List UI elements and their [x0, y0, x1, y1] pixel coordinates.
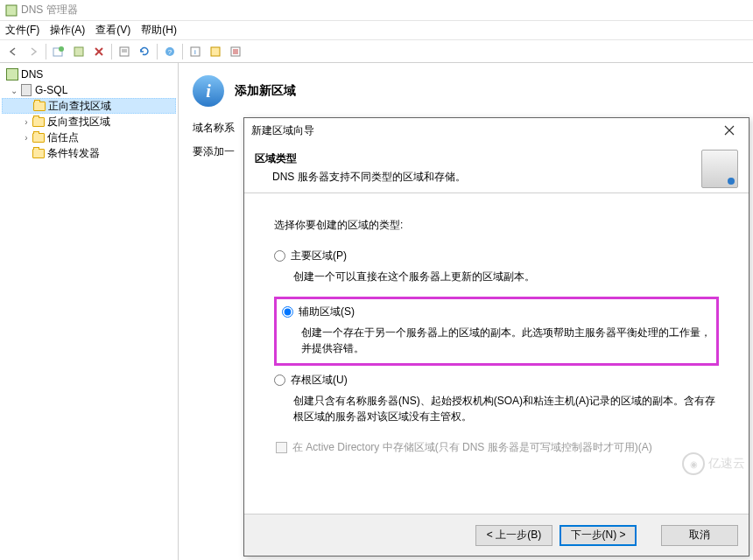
- info-circle-icon: i: [193, 75, 224, 107]
- zone-type-prompt: 选择你要创建的区域的类型:: [274, 218, 719, 233]
- separator: [46, 44, 46, 60]
- radio-secondary-zone[interactable]: 辅助区域(S): [282, 304, 711, 319]
- page-title: 添加新区域: [235, 83, 296, 99]
- tree-item-label: 信任点: [47, 130, 79, 145]
- info-icon[interactable]: i: [186, 42, 205, 61]
- window-title: DNS 管理器: [21, 3, 78, 18]
- collapse-icon[interactable]: ⌄: [9, 86, 19, 95]
- watermark: ◉ 亿速云: [682, 452, 745, 475]
- folder-icon: [33, 102, 46, 111]
- folder-icon: [32, 117, 45, 127]
- dialog-body: 选择你要创建的区域的类型: 主要区域(P) 创建一个可以直接在这个服务器上更新的…: [244, 193, 749, 514]
- page-header: i 添加新区域: [193, 75, 739, 107]
- tree-panel: DNS ⌄ G-SQL 正向查找区域 › 反向查找区域 › 信任点 条件转发器: [0, 63, 179, 560]
- radio-primary-zone[interactable]: 主要区域(P): [274, 248, 719, 263]
- tree-item-label: 条件转发器: [47, 146, 100, 161]
- forward-icon[interactable]: [24, 42, 43, 61]
- radio-stub-label: 存根区域(U): [291, 373, 348, 388]
- radio-secondary-label: 辅助区域(S): [299, 304, 355, 319]
- toolbar: ? i: [0, 40, 753, 63]
- properties-icon[interactable]: [115, 42, 134, 61]
- cancel-button[interactable]: 取消: [661, 525, 738, 546]
- banner-subtitle: DNS 服务器支持不同类型的区域和存储。: [255, 170, 466, 185]
- delete-icon[interactable]: [89, 42, 109, 61]
- tree-item-trust-points[interactable]: › 信任点: [2, 130, 176, 145]
- dialog-titlebar: 新建区域向导: [244, 118, 749, 143]
- server-icon: [21, 84, 32, 96]
- svg-rect-3: [74, 47, 83, 56]
- tree-server-label: G-SQL: [35, 84, 67, 96]
- app-icon: [5, 4, 18, 17]
- tree-item-label: 正向查找区域: [48, 99, 111, 114]
- new-zone-wizard-dialog: 新建区域向导 区域类型 DNS 服务器支持不同类型的区域和存储。 选择你要创建的…: [243, 117, 749, 556]
- menu-file[interactable]: 文件(F): [5, 23, 39, 38]
- menu-help[interactable]: 帮助(H): [141, 23, 177, 38]
- radio-stub-zone[interactable]: 存根区域(U): [274, 373, 719, 388]
- tree-item-label: 反向查找区域: [47, 115, 110, 130]
- menubar: 文件(F) 操作(A) 查看(V) 帮助(H): [0, 21, 753, 40]
- tree-root-dns[interactable]: DNS: [2, 66, 176, 82]
- banner-title: 区域类型: [255, 151, 466, 166]
- separator: [111, 44, 112, 60]
- radio-primary-label: 主要区域(P): [291, 248, 347, 263]
- back-icon[interactable]: [4, 42, 23, 61]
- dns-icon: [6, 68, 18, 80]
- checkbox-ad-store: 在 Active Directory 中存储区域(只有 DNS 服务器是可写域控…: [274, 440, 719, 455]
- tree-item-reverse-zone[interactable]: › 反向查找区域: [2, 114, 176, 130]
- radio-stub-desc: 创建只含有名称服务器(NS)、起始授权机构(SOA)和粘连主机(A)记录的区域的…: [274, 393, 719, 424]
- menu-view[interactable]: 查看(V): [95, 23, 130, 38]
- tree-root-label: DNS: [21, 68, 43, 80]
- separator: [157, 44, 158, 60]
- details-icon[interactable]: [226, 42, 245, 61]
- radio-primary-input[interactable]: [274, 250, 285, 262]
- banner-server-icon: [701, 150, 738, 188]
- separator: [182, 44, 183, 60]
- folder-icon: [32, 149, 45, 158]
- filter-icon[interactable]: [69, 42, 88, 61]
- watermark-logo-icon: ◉: [682, 452, 705, 475]
- dialog-button-row: < 上一步(B) 下一步(N) > 取消: [244, 514, 749, 556]
- tree-item-forward-zone[interactable]: 正向查找区域: [2, 98, 176, 114]
- back-button[interactable]: < 上一步(B): [475, 525, 552, 546]
- svg-rect-11: [211, 47, 220, 56]
- tree-item-conditional-forwarders[interactable]: 条件转发器: [2, 145, 176, 161]
- radio-primary-desc: 创建一个可以直接在这个服务器上更新的区域副本。: [274, 269, 719, 284]
- dialog-banner: 区域类型 DNS 服务器支持不同类型的区域和存储。: [244, 143, 749, 193]
- svg-text:?: ?: [168, 48, 172, 56]
- close-button[interactable]: [717, 122, 742, 139]
- radio-secondary-input[interactable]: [282, 306, 293, 318]
- menu-action[interactable]: 操作(A): [50, 23, 85, 38]
- radio-secondary-desc: 创建一个存在于另一个服务器上的区域的副本。此选项帮助主服务器平衡处理的工作量，并…: [282, 325, 711, 356]
- add-icon[interactable]: [49, 42, 68, 61]
- list-icon[interactable]: [206, 42, 225, 61]
- radio-stub-input[interactable]: [274, 374, 285, 386]
- svg-point-2: [59, 46, 64, 52]
- dialog-title: 新建区域向导: [251, 123, 314, 138]
- expand-icon[interactable]: ›: [21, 133, 32, 143]
- folder-icon: [32, 133, 45, 143]
- help-icon[interactable]: ?: [160, 42, 179, 61]
- svg-text:i: i: [194, 48, 196, 56]
- highlighted-selection: 辅助区域(S) 创建一个存在于另一个服务器上的区域的副本。此选项帮助主服务器平衡…: [274, 297, 719, 366]
- tree-server[interactable]: ⌄ G-SQL: [2, 82, 176, 98]
- expand-icon[interactable]: ›: [21, 117, 32, 127]
- checkbox-ad-label: 在 Active Directory 中存储区域(只有 DNS 服务器是可写域控…: [292, 440, 652, 455]
- checkbox-icon: [276, 442, 287, 453]
- svg-rect-0: [6, 5, 17, 16]
- watermark-text: 亿速云: [708, 456, 745, 472]
- titlebar: DNS 管理器: [0, 0, 753, 21]
- next-button[interactable]: 下一步(N) >: [559, 525, 637, 546]
- refresh-icon[interactable]: [135, 42, 154, 61]
